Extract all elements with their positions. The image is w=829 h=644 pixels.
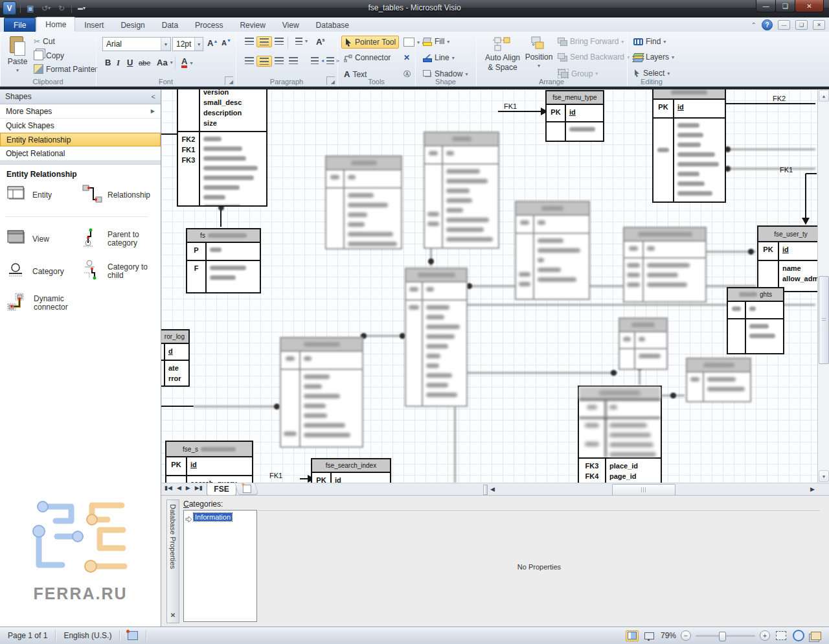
entity-blurred[interactable] bbox=[424, 132, 499, 249]
entity-blurred[interactable]: versionsmall_descdescriptionsizeFK2FK1FK… bbox=[177, 89, 267, 207]
maximize-button[interactable]: ❏ bbox=[775, 0, 795, 12]
bold-button[interactable]: B bbox=[102, 56, 113, 69]
normal-view-button[interactable] bbox=[626, 630, 639, 641]
zoom-window-button[interactable] bbox=[792, 630, 805, 641]
relationship-connector[interactable] bbox=[806, 173, 817, 174]
align-bottom-button[interactable] bbox=[272, 36, 286, 46]
stencil-item-parent-to-category[interactable]: Parent to category bbox=[76, 227, 152, 251]
tab-insert[interactable]: Insert bbox=[76, 18, 112, 32]
entity-blurred[interactable] bbox=[325, 155, 402, 249]
format-painter-button[interactable]: Format Painter bbox=[31, 63, 100, 75]
paragraph-dialog-launcher-icon[interactable]: ◢ bbox=[326, 76, 335, 85]
auto-align-button[interactable]: Auto Align & Space bbox=[481, 34, 524, 73]
chevron-down-icon[interactable]: ▼ bbox=[161, 38, 170, 51]
connection-point-button[interactable]: ✕ bbox=[401, 52, 413, 63]
bring-forward-button[interactable]: Bring Forward▾ bbox=[555, 36, 626, 47]
entity-ghts[interactable]: ghts bbox=[727, 287, 784, 354]
doc-restore-icon[interactable]: ❏ bbox=[795, 20, 808, 30]
stencil-item-entity[interactable]: Entity bbox=[1, 184, 76, 206]
relationship-connector[interactable] bbox=[161, 406, 194, 407]
entity-fse_search_index[interactable]: fse_search_indexPKid bbox=[311, 458, 391, 483]
relationship-connector[interactable] bbox=[725, 168, 815, 170]
next-page-icon[interactable]: ▶ bbox=[186, 485, 190, 491]
tab-review[interactable]: Review bbox=[231, 18, 273, 32]
category-item-information[interactable]: Information bbox=[185, 512, 255, 522]
scroll-up-icon[interactable]: ▲ bbox=[819, 90, 829, 102]
relationship-connector[interactable] bbox=[725, 148, 815, 150]
entity-blurred[interactable] bbox=[280, 337, 363, 448]
switch-windows-button[interactable] bbox=[810, 630, 823, 641]
close-button[interactable]: ✕ bbox=[795, 0, 824, 12]
find-button[interactable]: Find▾ bbox=[631, 36, 668, 47]
relationship-connector[interactable] bbox=[361, 335, 405, 337]
entity-fse_menu_type[interactable]: fse_menu_typePKid bbox=[545, 90, 604, 142]
sidebar-item-entity-relationship[interactable]: Entity Relationship bbox=[0, 133, 161, 146]
page-properties-button[interactable] bbox=[120, 630, 146, 641]
zoom-level[interactable]: 79% bbox=[661, 631, 676, 640]
vertical-scroll-thumb[interactable] bbox=[819, 276, 829, 364]
page-indicator[interactable]: Page 1 of 1 bbox=[0, 630, 56, 641]
font-size-combo[interactable]: 12pt▼ bbox=[172, 37, 203, 51]
stencil-item-category[interactable]: Category bbox=[1, 260, 76, 283]
font-dialog-launcher-icon[interactable]: ◢ bbox=[225, 76, 233, 85]
scroll-down-icon[interactable]: ▼ bbox=[819, 470, 829, 482]
tab-process[interactable]: Process bbox=[187, 18, 231, 32]
sidebar-item-quick-shapes[interactable]: Quick Shapes bbox=[0, 119, 161, 133]
zoom-slider-thumb[interactable] bbox=[719, 632, 726, 641]
sidebar-item-more-shapes[interactable]: More Shapes▶ bbox=[0, 104, 161, 119]
italic-button[interactable]: I bbox=[114, 56, 122, 69]
scroll-left-icon[interactable]: ◀ bbox=[490, 486, 495, 492]
entity-blurred[interactable] bbox=[619, 317, 668, 370]
copy-button[interactable]: Copy bbox=[31, 49, 67, 62]
grow-font-button[interactable]: A▲ bbox=[205, 37, 220, 49]
doc-minimize-icon[interactable]: — bbox=[778, 20, 790, 30]
entity-ror_log[interactable]: ror_logdaterror bbox=[161, 329, 190, 387]
align-top-button[interactable] bbox=[242, 36, 256, 46]
fill-button[interactable]: Fill▾ bbox=[420, 36, 452, 47]
relationship-connector[interactable] bbox=[161, 133, 177, 135]
change-case-button[interactable]: Aa▾ bbox=[154, 56, 176, 69]
entity-fse_user_ty[interactable]: fse_user_tyPKidnameallow_admin bbox=[757, 225, 817, 292]
database-properties-tab[interactable]: Database Properties ✕ bbox=[166, 500, 179, 623]
tab-database[interactable]: Database bbox=[308, 18, 358, 32]
font-color-button[interactable]: A▾ bbox=[179, 56, 195, 69]
cut-button[interactable]: ✂ Cut bbox=[31, 36, 58, 47]
minimize-ribbon-icon[interactable]: ⌃ bbox=[751, 21, 756, 29]
strikethrough-button[interactable]: abe bbox=[136, 58, 153, 68]
relationship-connector[interactable] bbox=[194, 406, 277, 408]
relationship-connector[interactable] bbox=[498, 111, 541, 112]
insert-page-tab[interactable] bbox=[234, 483, 259, 495]
line-button[interactable]: Line▾ bbox=[420, 52, 457, 63]
character-spacing-button[interactable]: As bbox=[313, 36, 327, 48]
position-button[interactable]: Position▾ bbox=[521, 34, 556, 70]
relationship-connector[interactable] bbox=[465, 285, 756, 287]
entity-blurred[interactable] bbox=[515, 201, 590, 300]
align-middle-button[interactable] bbox=[256, 36, 272, 47]
font-family-combo[interactable]: Arial▼ bbox=[102, 37, 171, 51]
relationship-connector[interactable] bbox=[726, 103, 815, 104]
tab-view[interactable]: View bbox=[274, 18, 308, 32]
fit-page-button[interactable] bbox=[775, 630, 788, 641]
minimize-button[interactable]: — bbox=[756, 0, 776, 12]
relationship-connector[interactable] bbox=[300, 478, 308, 479]
align-center-button[interactable] bbox=[256, 56, 272, 67]
stencil-item-dynamic-connector[interactable]: Dynamic connector bbox=[1, 292, 76, 314]
align-left-button[interactable] bbox=[242, 56, 256, 65]
pointer-tool-button[interactable]: Pointer Tool bbox=[341, 36, 399, 49]
entity-blurred[interactable]: FK3FK4place_idpage_idpublished bbox=[578, 385, 662, 483]
pane-splitter[interactable] bbox=[483, 485, 488, 495]
close-panel-icon[interactable]: ✕ bbox=[170, 612, 176, 619]
bullets-button[interactable]: ▾ bbox=[293, 36, 310, 46]
stencil-item-view[interactable]: View bbox=[1, 227, 76, 251]
tab-data[interactable]: Data bbox=[153, 18, 187, 32]
align-right-button[interactable] bbox=[272, 56, 286, 65]
page-tab-fse[interactable]: FSE bbox=[207, 483, 236, 496]
entity-fse_users[interactable]: PKid bbox=[652, 89, 726, 203]
chevron-down-icon[interactable]: ▼ bbox=[194, 38, 203, 51]
justify-button[interactable] bbox=[286, 56, 301, 65]
categories-listbox[interactable]: Information bbox=[183, 510, 257, 622]
relationship-connector[interactable] bbox=[805, 174, 806, 218]
zoom-slider[interactable] bbox=[696, 635, 755, 637]
entity-fs[interactable]: fsPF bbox=[186, 228, 261, 293]
entity-fse_s[interactable]: fse_sPKidsearch_query bbox=[165, 441, 253, 483]
